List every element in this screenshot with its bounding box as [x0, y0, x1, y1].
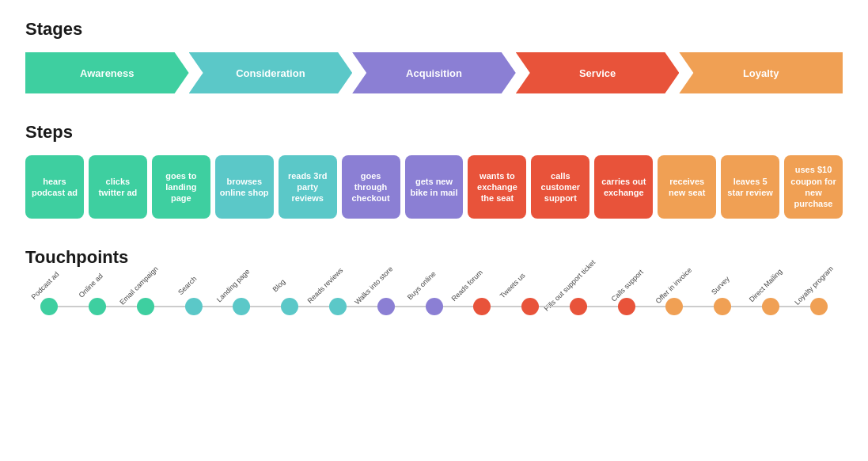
tp-dot-wrapper-2: [122, 298, 170, 315]
tp-label-text-14: Survey: [710, 275, 731, 296]
tp-dot-13: [665, 298, 683, 315]
tp-dot-8: [426, 298, 443, 315]
tp-dot-wrapper-13: [650, 298, 699, 315]
tp-label-text-1: Online ad: [78, 272, 104, 299]
tp-label-text-5: Blog: [271, 278, 286, 294]
tp-label-16: Loyalty program: [791, 280, 843, 291]
tp-label-5: Blog: [259, 280, 305, 291]
tp-dot-1: [89, 298, 106, 315]
step-card-0: hears podcast ad: [25, 155, 84, 219]
step-card-4: reads 3rd party reviews: [279, 155, 337, 219]
step-card-6: gets new bike in mail: [405, 155, 464, 219]
step-card-10: receives new seat: [658, 155, 716, 219]
tp-label-text-10: Tweets us: [498, 272, 527, 300]
tp-dot-wrapper-5: [266, 298, 314, 315]
tp-dot-16: [810, 298, 828, 315]
tp-dot-wrapper-8: [410, 298, 458, 315]
tp-dot-wrapper-0: [25, 298, 74, 315]
tp-dot-10: [521, 298, 539, 315]
tp-dot-wrapper-14: [699, 298, 747, 315]
tp-dot-5: [281, 298, 298, 315]
tp-dot-wrapper-16: [794, 298, 843, 315]
tp-dot-wrapper-7: [362, 298, 410, 315]
stage-arrow-consideration: Consideration: [189, 52, 353, 93]
touchpoints-dots-row: [25, 298, 843, 315]
tp-label-0: Podcast ad: [25, 280, 71, 291]
steps-section: Steps hears podcast adclicks twitter adg…: [25, 122, 843, 219]
tp-dot-11: [570, 298, 587, 315]
tp-dot-wrapper-9: [458, 298, 506, 315]
tp-label-text-8: Buys online: [406, 269, 438, 301]
tp-label-15: Direct Mailing: [746, 280, 792, 291]
step-card-5: goes through checkout: [342, 155, 400, 219]
tp-label-12: Calls support: [607, 280, 653, 291]
tp-label-text-3: Search: [176, 275, 198, 296]
touchpoints-section: Touchpoints Podcast adOnline adEmail cam…: [25, 247, 843, 315]
tp-dot-4: [233, 298, 250, 315]
tp-label-10: Tweets us: [493, 280, 539, 291]
tp-dot-wrapper-4: [218, 298, 266, 315]
tp-dot-2: [137, 298, 154, 315]
tp-dot-12: [618, 298, 635, 315]
steps-bar: hears podcast adclicks twitter adgoes to…: [25, 155, 843, 219]
step-card-3: browses online shop: [215, 155, 274, 219]
stages-bar: AwarenessConsiderationAcquisitionService…: [25, 52, 843, 93]
tp-label-11: Fills out support ticket: [538, 280, 607, 291]
tp-label-2: Email campaign: [116, 280, 167, 291]
tp-label-6: Reads reviews: [305, 280, 351, 291]
step-card-7: wants to exchange the seat: [468, 155, 526, 219]
step-card-9: carries out exchange: [594, 155, 653, 219]
stage-arrow-acquisition: Acquisition: [352, 52, 516, 93]
tp-dot-wrapper-3: [169, 298, 218, 315]
tp-dot-0: [40, 298, 58, 315]
tp-label-13: Offer in invoice: [653, 280, 700, 291]
tp-dot-wrapper-10: [506, 298, 555, 315]
tp-label-7: Walks into store: [351, 280, 402, 291]
tp-dot-6: [329, 298, 347, 315]
tp-dot-wrapper-12: [602, 298, 650, 315]
step-card-1: clicks twitter ad: [89, 155, 147, 219]
tp-label-9: Reads forum: [447, 280, 493, 291]
stage-arrow-loyalty: Loyalty: [679, 52, 843, 93]
step-card-11: leaves 5 star review: [721, 155, 779, 219]
tp-dot-wrapper-15: [746, 298, 794, 315]
tp-label-8: Buys online: [401, 280, 447, 291]
touchpoints-title: Touchpoints: [25, 247, 843, 268]
stage-arrow-service: Service: [516, 52, 680, 93]
touchpoints-labels: Podcast adOnline adEmail campaignSearchL…: [25, 280, 843, 298]
tp-label-4: Landing page: [213, 280, 259, 291]
stages-title: Stages: [25, 19, 843, 40]
tp-dot-wrapper-6: [314, 298, 362, 315]
tp-label-3: Search: [167, 280, 213, 291]
tp-dot-14: [714, 298, 731, 315]
tp-dot-9: [473, 298, 491, 315]
tp-dot-wrapper-1: [74, 298, 122, 315]
tp-dot-7: [377, 298, 395, 315]
tp-dot-15: [762, 298, 779, 315]
step-card-8: calls customer support: [531, 155, 589, 219]
touchpoints-wrapper: Podcast adOnline adEmail campaignSearchL…: [25, 280, 843, 315]
tp-dot-wrapper-11: [554, 298, 602, 315]
steps-title: Steps: [25, 122, 843, 143]
tp-label-14: Survey: [700, 280, 746, 291]
stage-arrow-awareness: Awareness: [25, 52, 189, 93]
tp-dot-3: [185, 298, 203, 315]
stages-section: Stages AwarenessConsiderationAcquisition…: [25, 19, 843, 93]
tp-label-1: Online ad: [71, 280, 117, 291]
step-card-2: goes to landing page: [152, 155, 210, 219]
tp-label-text-0: Podcast ad: [30, 270, 61, 301]
step-card-12: uses $10 coupon for new purchase: [784, 155, 843, 219]
